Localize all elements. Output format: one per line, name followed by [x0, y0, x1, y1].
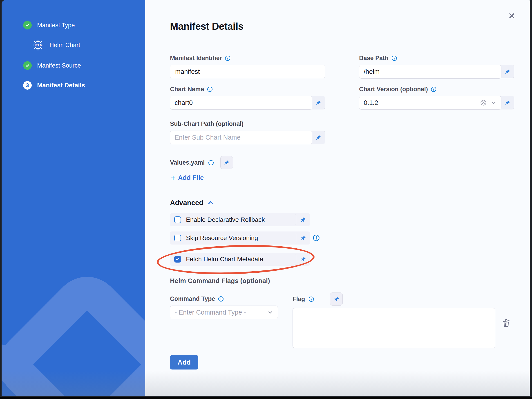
- info-icon[interactable]: [391, 55, 397, 61]
- checkbox-enable-declarative-rollback[interactable]: [174, 216, 181, 223]
- flag-label: Flag: [292, 296, 305, 303]
- pin-fixed-value-button[interactable]: [312, 96, 325, 109]
- flag-textarea[interactable]: [292, 308, 495, 348]
- sidebar-step-manifest-details[interactable]: 3 Manifest Details: [23, 81, 85, 90]
- step-label: Manifest Source: [37, 62, 81, 69]
- field-command-type: Command Type - Enter Command Type -: [170, 295, 278, 319]
- values-yaml-row: Values.yaml: [170, 156, 233, 169]
- sub-chart-path-label: Sub-Chart Path (optional): [170, 120, 244, 127]
- sidebar-step-manifest-source[interactable]: Manifest Source: [23, 61, 81, 70]
- chevron-up-icon: [207, 199, 214, 206]
- checkbox-row-enable-declarative-rollback: Enable Declarative Rollback: [170, 213, 310, 226]
- step-label: Manifest Type: [37, 22, 75, 29]
- sub-chart-path-input[interactable]: [175, 134, 308, 141]
- field-chart-version: Chart Version (optional): [359, 86, 514, 109]
- command-type-select[interactable]: - Enter Command Type -: [170, 306, 278, 319]
- checkbox-label: Fetch Helm Chart Metadata: [186, 255, 263, 263]
- base-path-input[interactable]: [364, 68, 497, 75]
- info-icon[interactable]: [207, 86, 213, 92]
- close-icon[interactable]: [507, 11, 517, 21]
- chart-version-label: Chart Version (optional): [359, 86, 428, 93]
- info-icon[interactable]: [308, 296, 314, 302]
- clear-value-icon[interactable]: [480, 99, 487, 106]
- step-complete-check-icon: [23, 61, 32, 70]
- helm-wheel-icon: HELM: [32, 39, 44, 52]
- add-button[interactable]: Add: [170, 355, 198, 370]
- checkbox-label: Enable Declarative Rollback: [186, 216, 265, 223]
- chart-version-input[interactable]: [364, 99, 476, 106]
- info-icon[interactable]: [431, 86, 437, 92]
- step-number-badge: 3: [23, 81, 32, 90]
- field-base-path: Base Path: [359, 55, 514, 78]
- plus-icon: +: [171, 174, 175, 182]
- checkbox-fetch-helm-chart-metadata[interactable]: [174, 256, 181, 262]
- pin-fixed-value-button[interactable]: [501, 65, 514, 78]
- field-sub-chart-path: Sub-Chart Path (optional): [170, 120, 325, 144]
- base-path-label: Base Path: [359, 55, 389, 62]
- helm-command-flags-label: Helm Command Flags (optional): [170, 277, 270, 285]
- step-label: Helm Chart: [50, 42, 80, 49]
- pin-fixed-value-button[interactable]: [296, 231, 310, 245]
- manifest-details-panel: Manifest Details Manifest Identifier Bas…: [145, 0, 530, 396]
- trash-icon[interactable]: [501, 318, 511, 328]
- pin-fixed-value-button[interactable]: [312, 131, 325, 144]
- checkbox-row-fetch-helm-chart-metadata: Fetch Helm Chart Metadata: [170, 253, 310, 266]
- manifest-details-modal: Manifest Type: [2, 0, 530, 396]
- checkbox-row-skip-resource-versioning: Skip Resource Versioning: [170, 231, 310, 245]
- step-complete-check-icon: [23, 21, 32, 29]
- chevron-down-icon: [267, 309, 273, 315]
- info-icon[interactable]: [208, 160, 214, 166]
- info-icon[interactable]: [313, 234, 320, 242]
- manifest-identifier-label: Manifest Identifier: [170, 55, 222, 62]
- helm-icon-text: HELM: [33, 43, 43, 47]
- add-file-label: Add File: [178, 174, 204, 182]
- pin-fixed-value-button[interactable]: [220, 156, 233, 169]
- info-icon[interactable]: [218, 296, 224, 302]
- wizard-sidebar: Manifest Type: [2, 0, 145, 396]
- checkbox-label: Skip Resource Versioning: [186, 234, 258, 242]
- pin-fixed-value-button[interactable]: [296, 253, 310, 266]
- pin-fixed-value-button[interactable]: [330, 293, 343, 306]
- pin-fixed-value-button[interactable]: [296, 213, 310, 226]
- page-title: Manifest Details: [170, 21, 244, 32]
- values-yaml-label: Values.yaml: [170, 159, 205, 166]
- advanced-section-toggle[interactable]: Advanced: [170, 199, 214, 207]
- chart-name-label: Chart Name: [170, 86, 204, 93]
- manifest-identifier-input[interactable]: [170, 65, 325, 78]
- checkbox-skip-resource-versioning[interactable]: [174, 235, 181, 241]
- sidebar-substep-helm-chart[interactable]: HELM Helm Chart: [32, 39, 80, 52]
- chart-name-input[interactable]: [175, 99, 308, 106]
- add-file-button[interactable]: + Add File: [171, 174, 204, 182]
- field-manifest-identifier: Manifest Identifier: [170, 55, 325, 78]
- advanced-label: Advanced: [170, 199, 203, 207]
- info-icon[interactable]: [225, 55, 231, 61]
- command-type-placeholder: - Enter Command Type -: [175, 309, 246, 316]
- command-type-label: Command Type: [170, 295, 215, 302]
- window-bottom-edge: [0, 397, 532, 399]
- pin-fixed-value-button[interactable]: [501, 96, 514, 109]
- chevron-down-icon[interactable]: [491, 100, 497, 106]
- flag-label-row: Flag: [292, 292, 343, 306]
- step-label: Manifest Details: [37, 82, 85, 89]
- sidebar-step-manifest-type[interactable]: Manifest Type: [23, 21, 75, 29]
- field-chart-name: Chart Name: [170, 86, 325, 109]
